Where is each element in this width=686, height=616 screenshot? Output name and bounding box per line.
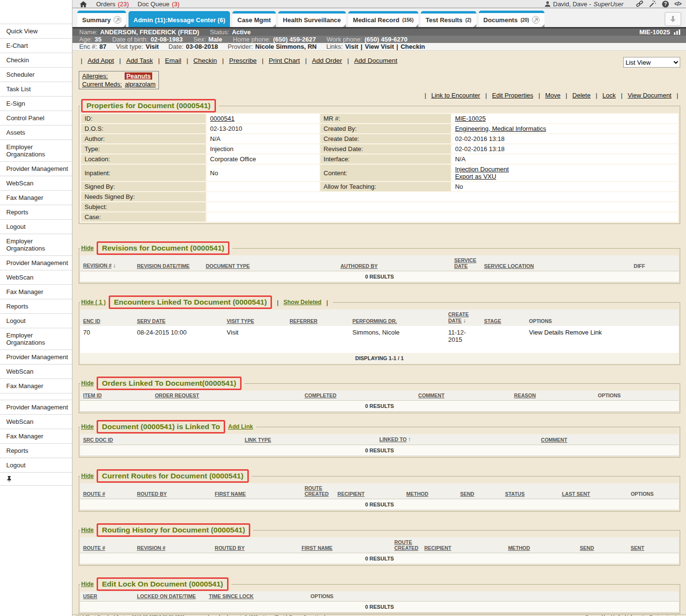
orders-menu[interactable]: Orders (23) bbox=[96, 0, 129, 8]
sort-comment[interactable]: COMMENT bbox=[541, 437, 567, 443]
sort-method[interactable]: METHOD bbox=[508, 545, 530, 551]
sort-referrer[interactable]: REFERRER bbox=[289, 318, 317, 324]
sort-stage[interactable]: STAGE bbox=[484, 318, 501, 324]
hide-encounters-link[interactable]: Hide ( 1 ) bbox=[81, 299, 106, 306]
sidebar-item-provider-management[interactable]: Provider Management bbox=[0, 400, 72, 415]
sort-sent[interactable]: SENT bbox=[631, 545, 644, 551]
sidebar-item-provider-management[interactable]: Provider Management bbox=[0, 162, 72, 176]
sort-user[interactable]: USER bbox=[83, 593, 97, 599]
sidebar-item-e-chart[interactable]: E-Chart bbox=[0, 39, 72, 53]
mr-number-link[interactable]: MIE-10025 bbox=[455, 115, 486, 122]
allergy-peanuts-link[interactable]: Peanuts bbox=[125, 72, 152, 80]
link-tool-button[interactable] bbox=[636, 0, 643, 8]
view-details-link[interactable]: View Details bbox=[529, 329, 563, 336]
sidebar-item-reports[interactable]: Reports bbox=[0, 205, 72, 220]
sort-last-sent[interactable]: LAST SENT bbox=[562, 491, 590, 497]
delete-link[interactable]: Delete bbox=[572, 92, 591, 99]
tab-case-mgmt[interactable]: Case Mgmt bbox=[232, 11, 275, 27]
code-view-button[interactable]: </> bbox=[674, 0, 681, 7]
add-appt-link[interactable]: Add Appt bbox=[87, 57, 114, 64]
hide-history-link[interactable]: Hide bbox=[81, 527, 94, 533]
email-link[interactable]: Email bbox=[165, 57, 181, 64]
add-link-link[interactable]: Add Link bbox=[228, 423, 253, 430]
sidebar-item-fax-manager[interactable]: Fax Manager bbox=[0, 379, 72, 393]
sidebar-item-employer-organizations[interactable]: Employer Organizations bbox=[0, 234, 72, 256]
sidebar-item-webscan[interactable]: WebScan bbox=[0, 176, 72, 191]
sort-enc-id[interactable]: ENC ID bbox=[83, 318, 100, 324]
sort-route-created[interactable]: ROUTE CREATED bbox=[394, 539, 418, 551]
view-mode-select[interactable]: List View bbox=[623, 57, 680, 68]
sort-status[interactable]: STATUS bbox=[505, 491, 524, 497]
checkin-link[interactable]: Checkin bbox=[193, 57, 217, 64]
move-link[interactable]: Move bbox=[545, 92, 560, 99]
tab-documents[interactable]: Documents (20) bbox=[479, 11, 545, 27]
encounter-link-checkin[interactable]: Checkin bbox=[400, 43, 425, 50]
sort-revision-number[interactable]: REVISION # bbox=[83, 263, 112, 268]
sidebar-item-fax-manager[interactable]: Fax Manager bbox=[0, 191, 72, 205]
view-document-link[interactable]: View Document bbox=[628, 92, 672, 99]
help-button[interactable]: ? bbox=[662, 0, 669, 8]
sort-reason[interactable]: REASON bbox=[514, 392, 536, 398]
sort-performing-dr[interactable]: PERFORMING DR. bbox=[353, 318, 397, 324]
sort-document-type[interactable]: DOCUMENT TYPE bbox=[206, 263, 250, 269]
sort-routed-by[interactable]: ROUTED BY bbox=[215, 545, 245, 551]
home-button[interactable] bbox=[79, 0, 87, 8]
sort-link-type[interactable]: LINK TYPE bbox=[245, 437, 272, 443]
link-to-encounter-link[interactable]: Link to Encounter bbox=[431, 92, 480, 99]
hide-linked-link[interactable]: Hide bbox=[81, 423, 94, 430]
sidebar-item-reports[interactable]: Reports bbox=[0, 299, 72, 314]
encounter-link-view-visit[interactable]: View Visit bbox=[365, 43, 394, 50]
sort-route-number[interactable]: ROUTE # bbox=[83, 545, 105, 551]
sidebar-item-reports[interactable]: Reports bbox=[0, 444, 72, 458]
print-chart-link[interactable]: Print Chart bbox=[269, 57, 300, 64]
sort-send[interactable]: SEND bbox=[580, 545, 594, 551]
sort-send[interactable]: SEND bbox=[460, 491, 474, 497]
tab-admin-message-center[interactable]: Admin (11):Message Center (6) bbox=[129, 11, 230, 27]
sidebar-item-logout[interactable]: Logout bbox=[0, 458, 72, 473]
add-order-link[interactable]: Add Order bbox=[312, 57, 342, 64]
current-meds-link[interactable]: Current Meds: bbox=[82, 81, 122, 88]
sort-method[interactable]: METHOD bbox=[406, 491, 429, 497]
hide-routes-link[interactable]: Hide bbox=[81, 473, 94, 479]
sidebar-item-webscan[interactable]: WebScan bbox=[0, 270, 72, 285]
hide-orders-link[interactable]: Hide bbox=[81, 380, 94, 387]
export-as-vxu-link[interactable]: Export as VXU bbox=[455, 173, 674, 180]
sidebar-item-quick-view[interactable]: Quick View bbox=[0, 24, 72, 39]
hide-lock-link[interactable]: Hide bbox=[81, 581, 94, 588]
sidebar-item-provider-management[interactable]: Provider Management bbox=[0, 350, 72, 364]
sort-revision-datetime[interactable]: REVISION DATE/TIME bbox=[137, 263, 190, 269]
show-deleted-link[interactable]: Show Deleted bbox=[284, 299, 322, 306]
sidebar-item-assets[interactable]: Assets bbox=[0, 126, 72, 140]
sort-service-location[interactable]: SERVICE LOCATION bbox=[484, 263, 534, 269]
sort-visit-type[interactable]: VISIT TYPE bbox=[227, 318, 254, 324]
sidebar-item-provider-management[interactable]: Provider Management bbox=[0, 256, 72, 270]
sidebar-item-employer-organizations[interactable]: Employer Organizations bbox=[0, 328, 72, 350]
sort-route-created[interactable]: ROUTE CREATED bbox=[304, 485, 329, 497]
sort-first-name[interactable]: FIRST NAME bbox=[215, 491, 246, 497]
med-alprazolam-link[interactable]: alprazolam bbox=[125, 81, 156, 88]
sidebar-item-webscan[interactable]: WebScan bbox=[0, 415, 72, 429]
current-user[interactable]: David, Dave - SuperUser bbox=[544, 0, 624, 8]
doc-queue-menu[interactable]: Doc Queue (3) bbox=[138, 0, 180, 8]
sort-authored-by[interactable]: AUTHORED BY bbox=[341, 263, 378, 269]
sidebar-item-webscan[interactable]: WebScan bbox=[0, 364, 72, 379]
sidebar-item-logout[interactable]: Logout bbox=[0, 220, 72, 234]
sidebar-item-employer-organizations[interactable]: Employer Organizations bbox=[0, 140, 72, 162]
sort-service-date[interactable]: SERVICE DATE bbox=[454, 257, 476, 269]
sort-first-name[interactable]: FIRST NAME bbox=[301, 545, 332, 551]
sort-item-id[interactable]: ITEM ID bbox=[83, 392, 102, 398]
sort-linked-to[interactable]: LINKED TO bbox=[379, 436, 406, 442]
sidebar-item-fax-manager[interactable]: Fax Manager bbox=[0, 429, 72, 444]
injection-document-link[interactable]: Injection Document bbox=[455, 166, 674, 173]
sidebar-item-logout[interactable]: Logout bbox=[0, 314, 72, 328]
sidebar-pin-toggle[interactable] bbox=[0, 473, 72, 486]
add-document-link[interactable]: Add Document bbox=[354, 57, 397, 64]
allergies-link[interactable]: Allergies: bbox=[82, 72, 108, 80]
tab-test-results[interactable]: Test Results (2) bbox=[421, 11, 476, 27]
hide-revisions-link[interactable]: Hide bbox=[81, 245, 94, 252]
document-id-link[interactable]: 0000541 bbox=[210, 115, 235, 122]
wand-tool-button[interactable] bbox=[649, 0, 657, 8]
add-task-link[interactable]: Add Task bbox=[126, 57, 153, 64]
prescribe-link[interactable]: Prescribe bbox=[229, 57, 257, 64]
tab-summary[interactable]: Summary bbox=[77, 11, 126, 27]
